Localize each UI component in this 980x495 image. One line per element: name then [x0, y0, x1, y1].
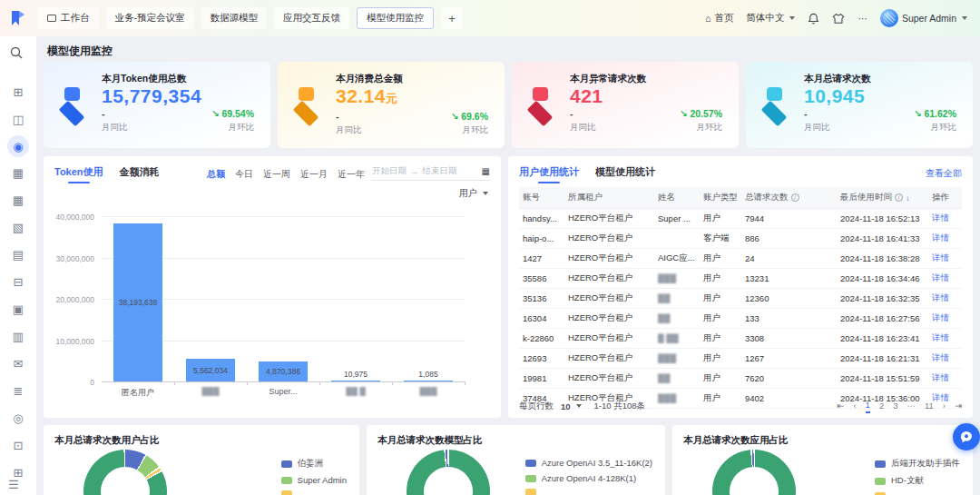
nav-tab-label: 业务-预定会议室 [115, 12, 185, 25]
detail-link[interactable]: 详情 [932, 272, 949, 282]
cell-account: 19981 [519, 373, 564, 383]
cell-account: haip-o... [519, 233, 564, 243]
rows-per-page-select[interactable]: 10 [561, 401, 571, 411]
notifications-button[interactable] [808, 13, 819, 25]
more-menu-button[interactable]: ··· [858, 13, 867, 24]
search-icon[interactable] [9, 45, 24, 60]
cell-name: █ ██ [654, 333, 700, 343]
sort-desc-icon[interactable]: ↓ [906, 193, 910, 203]
date-range-picker[interactable]: 开始日期 → 结束日期 ▦ [372, 165, 490, 181]
app-window-icon[interactable]: ⊡ [8, 437, 28, 454]
settings-gear-icon[interactable]: ⚙ [8, 491, 28, 495]
stat-card-1: 本月消费总金额32.14元-月同比↘ 69.6%月环比 [278, 62, 505, 148]
shirt-icon [832, 13, 845, 25]
dimension-select[interactable]: 用户 [459, 187, 488, 200]
donut-chart [83, 450, 167, 495]
table-tab-模型使用统计[interactable]: 模型使用统计 [595, 165, 655, 183]
detail-link[interactable]: 详情 [932, 352, 949, 362]
filter-总额[interactable]: 总额 [207, 168, 225, 181]
calendar-icon[interactable]: ▦ [8, 164, 28, 182]
x-axis-tick [319, 381, 320, 385]
detail-link[interactable]: 详情 [932, 292, 949, 302]
mom-label: 月环比 [211, 122, 254, 134]
mom-label: 月环比 [914, 122, 956, 134]
donut-chart [712, 450, 796, 495]
add-tab-button[interactable]: + [441, 7, 463, 29]
sidebar-collapse-button[interactable]: ☰ [8, 478, 19, 491]
donut-chart [407, 450, 490, 495]
page-‹[interactable]: ‹ [853, 401, 856, 412]
nav-tab-业务-预定会议室[interactable]: 业务-预定会议室 [106, 7, 194, 29]
legend-item[interactable]: HD-文献 [875, 475, 960, 487]
detail-link[interactable]: 详情 [932, 252, 949, 262]
chart-tab-金额消耗[interactable]: 金额消耗 [120, 165, 160, 183]
keyboard-icon[interactable]: ▤ [8, 246, 28, 263]
chart-tab-Token使用[interactable]: Token使用 [54, 165, 103, 183]
language-select[interactable]: 简体中文 [746, 12, 795, 25]
gallery-icon[interactable]: ▥ [8, 328, 28, 345]
workflow-icon[interactable]: ⊟ [8, 273, 28, 291]
detail-link[interactable]: 详情 [932, 233, 949, 243]
column-label: 姓名 [658, 192, 675, 203]
chevron-down-icon [576, 404, 582, 408]
legend-item[interactable]: Azure OpenAI 4-128K(1) [525, 473, 652, 483]
donut-legend: 伯姜洲Super Admin [281, 458, 347, 495]
legend-item[interactable] [525, 489, 652, 495]
legend-item[interactable]: 伯姜洲 [281, 458, 347, 470]
folder-icon[interactable]: ▣ [8, 301, 28, 318]
page-11[interactable]: 11 [925, 401, 934, 412]
filter-近一年[interactable]: 近一年 [338, 168, 365, 181]
bar-4[interactable] [404, 381, 453, 381]
image-icon[interactable]: ▧ [8, 219, 28, 236]
theme-skin-button[interactable] [832, 13, 845, 25]
home-label: 首页 [714, 12, 733, 25]
nav-tab-工作台[interactable]: 工作台 [38, 7, 99, 29]
page-⋯[interactable]: ⋯ [906, 401, 916, 412]
legend-item[interactable]: 后端开发助手插件 [875, 458, 960, 470]
table-tab-用户使用统计[interactable]: 用户使用统计 [519, 165, 579, 183]
schedule-icon[interactable]: ▦ [8, 192, 28, 209]
donut-panel-title: 本月总请求次数模型占比 [377, 434, 483, 447]
detail-link[interactable]: 详情 [932, 213, 949, 223]
page-⇥[interactable]: ⇥ [955, 401, 962, 412]
page-⇤[interactable]: ⇤ [837, 401, 844, 412]
page-2[interactable]: 2 [879, 401, 884, 412]
detail-link[interactable]: 详情 [932, 312, 949, 322]
ai-chat-float-button[interactable] [953, 423, 980, 450]
nav-tab-模型使用监控[interactable]: 模型使用监控 [357, 7, 434, 29]
user-menu[interactable]: Super Admin [880, 9, 967, 27]
cell-requests: 7944 [741, 213, 837, 223]
filter-近一月[interactable]: 近一月 [300, 168, 328, 181]
legend-swatch [281, 490, 292, 495]
cell-requests: 133 [741, 313, 837, 323]
org-chart-icon[interactable]: ◫ [8, 111, 28, 128]
page-3[interactable]: 3 [893, 401, 897, 412]
legend-item[interactable] [281, 490, 347, 495]
yoy-label: 月同比 [570, 122, 596, 134]
form-icon[interactable]: ≣ [8, 382, 28, 400]
message-icon[interactable]: ✉ [8, 355, 28, 372]
stat-card-2: 本月异常请求次数421-月同比↘ 20.57%月环比 [512, 62, 739, 148]
view-all-link[interactable]: 查看全部 [926, 167, 962, 180]
app-logo-icon[interactable] [9, 9, 27, 27]
page-›[interactable]: › [943, 401, 946, 412]
legend-item[interactable]: Azure OpenAI 3.5_11-16K(2) [525, 458, 652, 468]
detail-link[interactable]: 详情 [932, 372, 949, 382]
chevron-down-icon [483, 192, 488, 195]
dashboard-icon[interactable]: ⊞ [8, 84, 28, 101]
bar-slot: 10,975 [319, 216, 392, 381]
filter-今日[interactable]: 今日 [235, 168, 253, 181]
legend-item[interactable]: Super Admin [281, 475, 347, 485]
stat-card-stats: -月同比↘ 20.57%月环比 [570, 108, 726, 134]
filter-近一周[interactable]: 近一周 [263, 168, 290, 181]
nav-tab-应用交互反馈[interactable]: 应用交互反馈 [274, 7, 349, 29]
cell-type: 用户 [700, 213, 741, 224]
page-1[interactable]: 1 [866, 400, 870, 413]
nav-tab-数据源模型[interactable]: 数据源模型 [201, 7, 268, 29]
home-link[interactable]: ⌂ 首页 [705, 12, 733, 25]
bar-3[interactable] [331, 381, 380, 381]
model-monitor-icon[interactable]: ◉ [7, 135, 29, 157]
cell-requests: 886 [741, 233, 837, 243]
camera-icon[interactable]: ◎ [8, 410, 28, 427]
detail-link[interactable]: 详情 [932, 332, 949, 342]
